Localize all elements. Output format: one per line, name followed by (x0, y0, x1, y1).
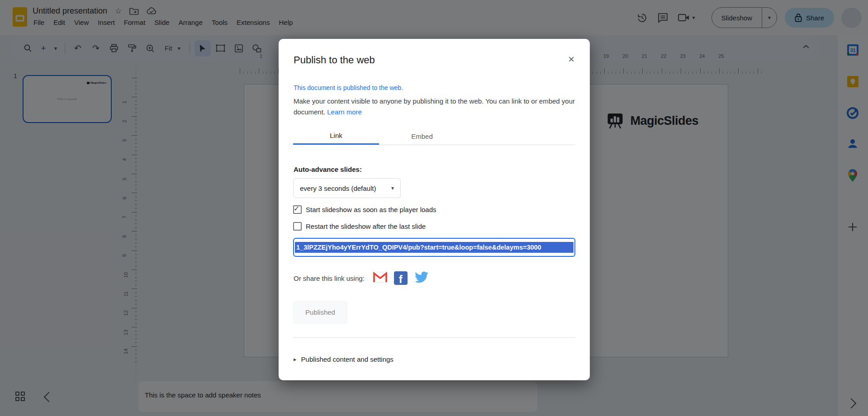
gmail-icon[interactable] (373, 272, 388, 285)
close-icon[interactable]: × (564, 52, 578, 66)
tab-embed[interactable]: Embed (379, 128, 465, 145)
publish-dialog: Publish to the web × This document is pu… (279, 39, 590, 380)
share-row-label: Or share this link using: (294, 274, 365, 282)
learn-more-link[interactable]: Learn more (327, 108, 362, 116)
facebook-icon[interactable]: f (394, 271, 408, 285)
dialog-title: Publish to the web (294, 54, 375, 66)
restart-slideshow-label: Restart the slideshow after the last sli… (306, 222, 426, 230)
start-slideshow-label: Start slideshow as soon as the player lo… (306, 206, 436, 213)
published-settings-expander[interactable]: ▸ Published content and settings (294, 355, 394, 363)
published-button[interactable]: Published (293, 301, 347, 323)
select-caret-icon: ▾ (391, 185, 394, 191)
auto-advance-label: Auto-advance slides: (294, 165, 362, 173)
dialog-tabs: Link Embed (293, 128, 575, 145)
published-notice: This document is published to the web. (294, 84, 403, 91)
dialog-divider (293, 337, 575, 338)
publish-url-field[interactable]: 1_3lPZZEjYho4yYErrYdTO_QDIPV4/pub?start=… (293, 238, 575, 257)
start-slideshow-row: Start slideshow as soon as the player lo… (293, 205, 436, 214)
expander-label: Published content and settings (301, 355, 394, 363)
start-slideshow-checkbox[interactable] (293, 205, 302, 214)
share-link-row: Or share this link using: f (294, 270, 429, 286)
expander-arrow-icon: ▸ (294, 356, 297, 363)
tab-link[interactable]: Link (293, 128, 379, 145)
auto-advance-select[interactable]: every 3 seconds (default) ▾ (293, 178, 401, 198)
google-slides-app: Untitled presentation ☆ FileEditViewInse… (0, 0, 868, 416)
publish-url-text: 1_3lPZZEjYho4yYErrYdTO_QDIPV4/pub?start=… (295, 242, 574, 253)
auto-advance-value: every 3 seconds (default) (300, 184, 376, 192)
twitter-icon[interactable] (414, 270, 429, 286)
dialog-description: Make your content visible to anyone by p… (294, 96, 579, 118)
restart-slideshow-row: Restart the slideshow after the last sli… (293, 222, 426, 231)
restart-slideshow-checkbox[interactable] (293, 222, 302, 231)
